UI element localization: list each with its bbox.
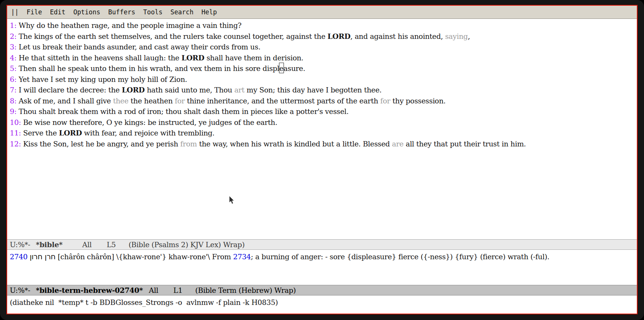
text-segment: , and against his anointed, bbox=[350, 32, 445, 40]
text-segment: I will declare the decree: the bbox=[19, 86, 122, 94]
modeline-flags: U:%*- bbox=[10, 240, 36, 250]
modeline-buffer-name: *bible-term-hebrew-02740* bbox=[36, 285, 149, 295]
verse-number: 8: bbox=[10, 97, 17, 105]
menu-bar: ||FileEditOptionsBuffersToolsSearchHelp bbox=[7, 6, 637, 19]
italic-supplied-word: from bbox=[180, 140, 197, 148]
menu-item-buffers[interactable]: Buffers bbox=[108, 8, 135, 16]
verse-line: 11: Serve the LORD with fear, and rejoic… bbox=[10, 128, 635, 138]
verse-number: 4: bbox=[10, 54, 17, 62]
text-segment: the way, when his wrath is kindled but a… bbox=[197, 140, 392, 148]
verse-line: 6: Yet have I set my king upon my holy h… bbox=[10, 74, 635, 85]
text-segment: Ask of me, and I shall give bbox=[19, 97, 113, 105]
verse-line: 5: Then shall he speak unto them in his … bbox=[10, 63, 635, 74]
text-segment: thy possession. bbox=[390, 97, 446, 105]
verse-number: 12: bbox=[10, 140, 21, 148]
desktop-background: ||FileEditOptionsBuffersToolsSearchHelp … bbox=[0, 0, 644, 320]
strongs-number-link[interactable]: 2734 bbox=[233, 252, 251, 261]
text-segment: my Son; this day have I begotten thee. bbox=[244, 86, 382, 94]
text-segment: Why do the heathen rage, and the people … bbox=[19, 21, 242, 29]
modeline-position: All bbox=[149, 285, 173, 295]
menu-item-search[interactable]: Search bbox=[170, 8, 193, 16]
verse-number: 9: bbox=[10, 107, 17, 115]
modeline-modes: (Bible (Psalms 2) KJV Lex) Wrap) bbox=[129, 240, 245, 249]
text-segment: He that sitteth in the heavens shall lau… bbox=[19, 54, 182, 62]
modeline-lexicon: U:%*-*bible-term-hebrew-02740*AllL1(Bibl… bbox=[7, 285, 637, 295]
verse-number: 7: bbox=[10, 86, 17, 94]
text-segment: Then shall he speak unto them in his wra… bbox=[19, 64, 279, 72]
menu-item-help[interactable]: Help bbox=[201, 8, 217, 16]
bible-buffer-window[interactable]: 1: Why do the heathen rage, and the peop… bbox=[7, 19, 637, 239]
modeline-position: All bbox=[82, 240, 107, 250]
verse-line: 4: He that sitteth in the heavens shall … bbox=[10, 52, 635, 63]
text-segment: Yet have I set my king upon my holy hill… bbox=[19, 75, 187, 83]
strongs-number-link[interactable]: 2740 bbox=[10, 252, 28, 261]
text-segment: with fear, and rejoice with trembling. bbox=[82, 129, 215, 137]
lexicon-entry: 2740 חרן חרון [chârôn chârôn] \{khaw-ron… bbox=[10, 251, 635, 262]
menu-item-edit[interactable]: Edit bbox=[50, 8, 65, 16]
text-segment: Let us break their bands asunder, and ca… bbox=[19, 43, 261, 51]
verse-line: 9: Thou shalt break them with a rod of i… bbox=[10, 106, 635, 117]
text-segment: [chârôn chârôn] \{khaw-rone'} khaw-rone'… bbox=[55, 252, 233, 261]
verse-line: 7: I will declare the decree: the LORD h… bbox=[10, 85, 635, 95]
verse-line: 12: Kiss the Son, lest he be angry, and … bbox=[10, 138, 635, 149]
lexicon-buffer-window[interactable]: 2740 חרן חרון [chârôn chârôn] \{khaw-ron… bbox=[7, 250, 637, 285]
verse-number: 10: bbox=[10, 118, 21, 126]
text-segment: hath said unto me, Thou bbox=[145, 86, 235, 94]
text-segment: The kings of the earth set themselves, a… bbox=[19, 32, 328, 40]
modeline-bible: U:%*-*bible*AllL5(Bible (Psalms 2) KJV L… bbox=[7, 239, 637, 250]
menu-item-file[interactable]: File bbox=[26, 8, 42, 16]
divine-name-bold: LORD bbox=[327, 32, 350, 40]
text-segment: Be wise now therefore, O ye kings: be in… bbox=[23, 118, 277, 126]
text-segment: Thou shalt break them with a rod of iron… bbox=[19, 107, 349, 115]
text-segment: ; a burning of anger: - sore {displeasur… bbox=[251, 252, 549, 261]
modeline-modes: (Bible Term (Hebrew) Wrap) bbox=[195, 286, 296, 294]
mouse-pointer-icon bbox=[229, 195, 235, 205]
italic-supplied-word: thee bbox=[113, 97, 129, 105]
text-segment: the heathen bbox=[129, 97, 175, 105]
italic-supplied-word: are bbox=[392, 140, 404, 148]
modeline-buffer-name: *bible* bbox=[36, 240, 82, 250]
text-segment: thine inheritance, and the uttermost par… bbox=[185, 97, 380, 105]
hebrew-word: חרן חרון bbox=[30, 252, 56, 261]
verse-number: 3: bbox=[10, 43, 17, 51]
verse-number: 1: bbox=[10, 21, 17, 29]
text-segment: shall have them in derision. bbox=[204, 54, 304, 62]
verse-line: 2: The kings of the earth set themselves… bbox=[10, 31, 635, 42]
modeline-line-number: L1 bbox=[173, 285, 195, 295]
text-segment: Kiss the Son, lest he be angry, and ye p… bbox=[23, 140, 180, 148]
modeline-line-number: L5 bbox=[107, 240, 129, 250]
verse-number: 2: bbox=[10, 32, 17, 40]
italic-supplied-word: saying bbox=[445, 32, 468, 40]
verse-line: 3: Let us break their bands asunder, and… bbox=[10, 42, 635, 52]
cursor-char: e bbox=[279, 64, 284, 72]
verse-line: 1: Why do the heathen rage, and the peop… bbox=[10, 20, 635, 31]
divine-name-bold: LORD bbox=[122, 86, 145, 94]
menu-item-options[interactable]: Options bbox=[73, 8, 100, 16]
verse-number: 5: bbox=[10, 64, 17, 72]
text-segment: asure. bbox=[284, 64, 305, 72]
verse-number: 11: bbox=[10, 129, 21, 137]
menu-item-tools[interactable]: Tools bbox=[143, 8, 163, 16]
text-segment: Serve the bbox=[23, 129, 59, 137]
echo-area[interactable]: (diatheke nil *temp* t -b BDBGlosses_Str… bbox=[7, 295, 637, 314]
italic-supplied-word: for bbox=[175, 97, 185, 105]
text-segment: , bbox=[468, 32, 470, 40]
italic-supplied-word: art bbox=[234, 86, 244, 94]
menu-toggle[interactable]: || bbox=[11, 8, 18, 16]
emacs-frame: ||FileEditOptionsBuffersToolsSearchHelp … bbox=[6, 5, 638, 314]
verse-line: 10: Be wise now therefore, O ye kings: b… bbox=[10, 117, 635, 128]
divine-name-bold: LORD bbox=[59, 129, 82, 137]
divine-name-bold: LORD bbox=[181, 54, 204, 62]
modeline-flags: U:%*- bbox=[10, 285, 36, 295]
text-segment: all they that put their trust in him. bbox=[403, 140, 526, 148]
verse-number: 6: bbox=[10, 75, 17, 83]
verse-line: 8: Ask of me, and I shall give thee the … bbox=[10, 95, 635, 106]
italic-supplied-word: for bbox=[380, 97, 391, 105]
